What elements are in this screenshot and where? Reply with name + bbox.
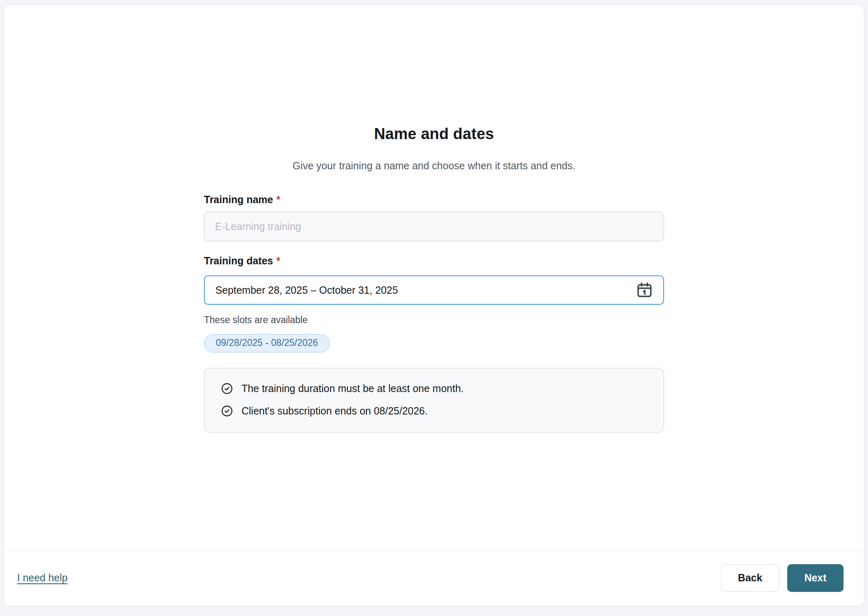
back-button[interactable]: Back	[721, 564, 779, 592]
name-and-dates-form: Training name * Training dates * Septemb…	[204, 194, 664, 432]
slots-available-helper: These slots are available	[204, 315, 308, 326]
wizard-footer: I need help Back Next	[4, 550, 864, 605]
footer-buttons: Back Next	[721, 564, 844, 592]
training-name-label: Training name *	[204, 194, 280, 206]
available-slot-range: 09/28/2025 - 08/25/2026	[216, 337, 318, 348]
rule-row-duration: The training duration must be at least o…	[221, 382, 647, 395]
training-dates-label-text: Training dates	[204, 255, 273, 267]
rule-row-subscription: Client's subscription ends on 08/25/2026…	[221, 405, 647, 417]
required-asterisk: *	[276, 255, 280, 267]
calendar-icon	[636, 281, 653, 299]
validation-rules-box: The training duration must be at least o…	[204, 368, 664, 432]
calendar-picker-button[interactable]	[635, 280, 654, 300]
check-circle-icon	[221, 405, 233, 417]
date-range-value: September 28, 2025 – October 31, 2025	[215, 284, 398, 296]
page-title: Name and dates	[374, 125, 494, 143]
page-subtitle: Give your training a name and choose whe…	[292, 160, 575, 172]
page-background: Name and dates Give your training a name…	[0, 0, 868, 616]
required-asterisk: *	[276, 194, 280, 206]
wizard-card: Name and dates Give your training a name…	[4, 4, 864, 606]
step-content: Name and dates Give your training a name…	[4, 5, 864, 550]
training-name-label-text: Training name	[204, 194, 273, 206]
training-dates-label: Training dates *	[204, 255, 280, 267]
training-dates-input[interactable]: September 28, 2025 – October 31, 2025	[204, 275, 664, 305]
rule-text: Client's subscription ends on 08/25/2026…	[241, 405, 427, 417]
check-circle-icon	[221, 382, 233, 395]
training-name-input[interactable]	[204, 212, 664, 241]
help-link[interactable]: I need help	[17, 572, 68, 584]
rule-text: The training duration must be at least o…	[241, 383, 464, 394]
available-slot-badge[interactable]: 09/28/2025 - 08/25/2026	[204, 334, 330, 352]
next-button[interactable]: Next	[787, 564, 844, 592]
